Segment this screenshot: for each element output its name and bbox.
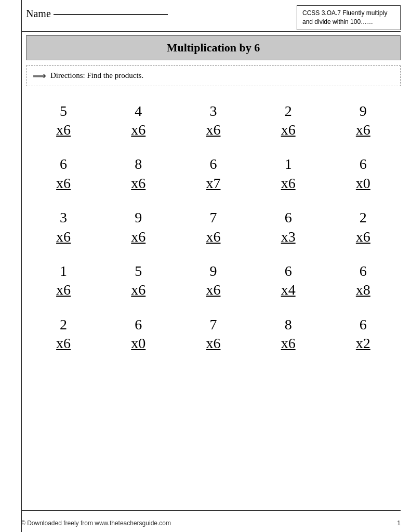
problem-top-number: 6 <box>360 155 367 174</box>
problem-multiplier: x6 <box>37 281 89 299</box>
problem-multiplier: x2 <box>337 334 389 353</box>
problem-multiplier: x6 <box>187 281 239 299</box>
problem-5-2: 6x0 <box>112 315 164 353</box>
problem-3-1: 3x6 <box>37 208 89 246</box>
directions-text: Directions: Find the products. <box>50 71 143 80</box>
problem-multiplier: x6 <box>187 121 239 139</box>
problem-top-number: 6 <box>60 155 67 174</box>
problem-multiplier: x6 <box>262 174 314 193</box>
problem-multiplier: x6 <box>37 228 89 246</box>
problem-top-number: 6 <box>285 262 292 281</box>
problem-top-number: 8 <box>285 315 292 334</box>
name-label: Name <box>26 8 51 19</box>
arrow-icon: ⟹ <box>33 70 46 82</box>
bottom-border <box>21 510 401 511</box>
worksheet-title: Multiplication by 6 <box>26 35 401 60</box>
name-underline <box>54 14 168 15</box>
directions-box: ⟹ Directions: Find the products. <box>26 65 401 86</box>
problem-top-number: 1 <box>285 155 292 174</box>
problem-5-4: 8x6 <box>262 315 314 353</box>
problem-2-3: 6x7 <box>187 155 239 193</box>
problem-top-number: 7 <box>209 208 217 227</box>
problem-multiplier: x0 <box>337 174 389 193</box>
problem-top-number: 2 <box>360 208 367 227</box>
problem-multiplier: x6 <box>262 121 314 139</box>
left-border <box>21 0 22 532</box>
problem-multiplier: x8 <box>337 281 389 299</box>
problem-1-5: 9x6 <box>337 102 389 140</box>
problem-1-3: 3x6 <box>187 102 239 140</box>
problem-multiplier: x6 <box>37 121 89 139</box>
problem-multiplier: x6 <box>37 334 89 353</box>
problem-3-2: 9x6 <box>112 208 164 246</box>
problem-multiplier: x7 <box>187 174 239 193</box>
problem-5-3: 7x6 <box>187 315 239 353</box>
problem-4-3: 9x6 <box>187 262 239 300</box>
problem-top-number: 1 <box>60 262 67 281</box>
footer: © Downloaded freely from www.theteachers… <box>21 520 401 527</box>
problem-multiplier: x6 <box>112 174 164 193</box>
problem-multiplier: x6 <box>337 121 389 139</box>
problem-4-1: 1x6 <box>37 262 89 300</box>
problem-2-2: 8x6 <box>112 155 164 193</box>
problem-1-4: 2x6 <box>262 102 314 140</box>
problem-top-number: 6 <box>360 315 367 334</box>
problem-4-2: 5x6 <box>112 262 164 300</box>
problem-top-number: 3 <box>209 102 217 121</box>
standards-box: CCSS 3.OA.7 Fluently multiply and divide… <box>297 5 401 30</box>
problem-top-number: 5 <box>135 262 142 281</box>
problem-multiplier: x6 <box>112 281 164 299</box>
problem-top-number: 8 <box>135 155 142 174</box>
problem-1-2: 4x6 <box>112 102 164 140</box>
problem-2-1: 6x6 <box>37 155 89 193</box>
problem-5-5: 6x2 <box>337 315 389 353</box>
problem-row-5: 2x66x07x68x66x2 <box>26 315 401 353</box>
problem-4-5: 6x8 <box>337 262 389 300</box>
problem-2-5: 6x0 <box>337 155 389 193</box>
problem-top-number: 3 <box>60 208 67 227</box>
problem-multiplier: x6 <box>337 228 389 246</box>
problem-top-number: 4 <box>135 102 142 121</box>
header: Name CCSS 3.OA.7 Fluently multiply and d… <box>0 0 411 35</box>
problem-row-2: 6x68x66x71x66x0 <box>26 155 401 193</box>
copyright-text: © Downloaded freely from www.theteachers… <box>21 520 171 527</box>
name-field: Name <box>26 5 168 20</box>
problem-5-1: 2x6 <box>37 315 89 353</box>
problem-3-5: 2x6 <box>337 208 389 246</box>
problem-top-number: 6 <box>285 208 292 227</box>
problem-top-number: 2 <box>285 102 292 121</box>
problem-top-number: 6 <box>360 262 367 281</box>
problem-3-3: 7x6 <box>187 208 239 246</box>
problem-top-number: 5 <box>60 102 67 121</box>
problem-top-number: 6 <box>135 315 142 334</box>
problems-section: 5x64x63x62x69x66x68x66x71x66x03x69x67x66… <box>26 97 401 358</box>
standards-text: CCSS 3.OA.7 Fluently multiply and divide… <box>302 9 387 25</box>
problem-multiplier: x4 <box>262 281 314 299</box>
title-text: Multiplication by 6 <box>167 41 260 54</box>
problem-2-4: 1x6 <box>262 155 314 193</box>
problem-multiplier: x6 <box>37 174 89 193</box>
problem-top-number: 6 <box>209 155 217 174</box>
problem-multiplier: x3 <box>262 228 314 246</box>
problem-1-1: 5x6 <box>37 102 89 140</box>
problem-multiplier: x0 <box>112 334 164 353</box>
problem-multiplier: x6 <box>262 334 314 353</box>
problem-row-4: 1x65x69x66x46x8 <box>26 262 401 300</box>
problem-top-number: 9 <box>360 102 367 121</box>
problem-multiplier: x6 <box>187 334 239 353</box>
problem-top-number: 2 <box>60 315 67 334</box>
problem-row-3: 3x69x67x66x32x6 <box>26 208 401 246</box>
problem-multiplier: x6 <box>112 228 164 246</box>
problem-4-4: 6x4 <box>262 262 314 300</box>
page-number: 1 <box>397 520 401 527</box>
worksheet-page: Name CCSS 3.OA.7 Fluently multiply and d… <box>0 0 411 532</box>
top-border <box>21 31 401 32</box>
problem-multiplier: x6 <box>112 121 164 139</box>
problem-top-number: 9 <box>135 208 142 227</box>
problem-row-1: 5x64x63x62x69x6 <box>26 102 401 140</box>
problem-3-4: 6x3 <box>262 208 314 246</box>
problem-multiplier: x6 <box>187 228 239 246</box>
problem-top-number: 7 <box>209 315 217 334</box>
problem-top-number: 9 <box>209 262 217 281</box>
content-area: Multiplication by 6 ⟹ Directions: Find t… <box>0 35 411 358</box>
